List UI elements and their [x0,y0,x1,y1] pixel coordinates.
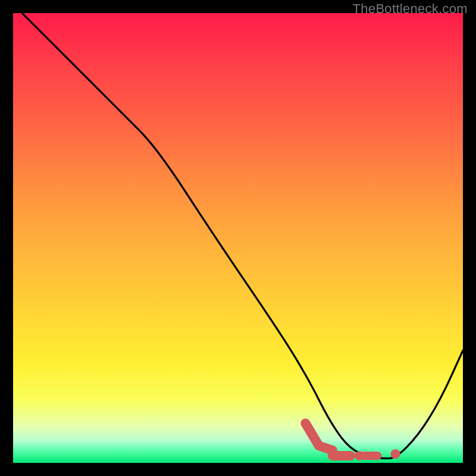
chart-frame: TheBottleneck.com [0,0,476,476]
curve-layer [13,13,463,463]
valley-markers [305,423,400,460]
bottleneck-curve [13,4,463,459]
valley-dot-2 [391,449,400,459]
plot-area [13,13,463,463]
valley-segment [305,423,332,450]
